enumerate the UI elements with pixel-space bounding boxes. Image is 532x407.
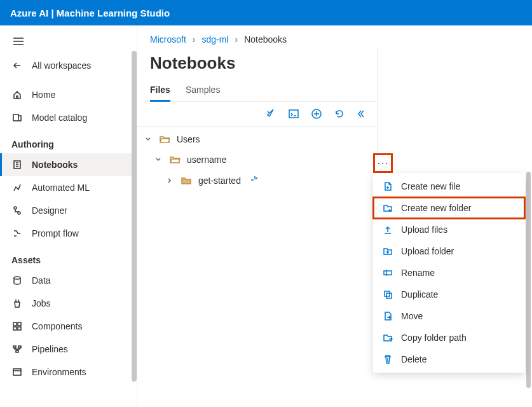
menu-item-delete[interactable]: Delete — [373, 348, 525, 370]
breadcrumb-item[interactable]: sdg-ml — [201, 34, 228, 45]
chevron-right-icon — [165, 177, 174, 184]
sidebar-item-notebooks[interactable]: Notebooks — [0, 153, 137, 176]
chevron-down-icon — [144, 135, 153, 143]
breadcrumb: Microsoft › sdg-ml › Notebooks — [137, 25, 532, 47]
hamburger-icon — [13, 37, 24, 46]
svg-rect-5 — [18, 322, 21, 326]
tree-row-users[interactable]: Users — [137, 129, 377, 149]
svg-rect-7 — [18, 327, 21, 330]
move-icon — [382, 311, 393, 321]
svg-rect-15 — [385, 291, 390, 296]
back-arrow-icon — [11, 60, 23, 71]
rename-icon — [382, 268, 393, 278]
tree-label: get-started — [198, 176, 241, 186]
menu-item-duplicate[interactable]: Duplicate — [373, 284, 525, 305]
sidebar-item-home[interactable]: Home — [0, 83, 137, 106]
svg-rect-6 — [13, 327, 17, 330]
vscode-icon[interactable] — [265, 108, 276, 120]
copy-path-icon — [382, 333, 393, 343]
top-bar: Azure AI | Machine Learning Studio — [0, 0, 532, 25]
page-title: Notebooks — [144, 47, 377, 78]
sidebar-item-pipelines[interactable]: Pipelines — [0, 338, 137, 361]
tree-row-get-started[interactable]: get-started — [137, 170, 377, 191]
sidebar-scrollbar[interactable] — [132, 51, 137, 382]
svg-rect-8 — [13, 346, 16, 348]
breadcrumb-item[interactable]: Microsoft — [150, 34, 186, 45]
sidebar-item-data[interactable]: Data — [0, 269, 137, 292]
sidebar-item-components[interactable]: Components — [0, 315, 137, 338]
sidebar-section-assets: Assets — [0, 245, 137, 269]
tree-label: Users — [177, 134, 200, 144]
sidebar-item-environments[interactable]: Environments — [0, 361, 137, 383]
sidebar-item-jobs[interactable]: Jobs — [0, 292, 137, 315]
all-workspaces-label: All workspaces — [32, 60, 91, 71]
tab-files[interactable]: Files — [150, 78, 170, 101]
jobs-icon — [11, 298, 23, 309]
sidebar-item-model-catalog[interactable]: Model catalog — [0, 106, 137, 129]
file-tree: Users username get-started — [137, 127, 377, 193]
data-icon — [11, 275, 23, 286]
svg-rect-16 — [386, 293, 392, 298]
folder-icon — [181, 176, 192, 185]
sidebar-item-automated-ml[interactable]: Automated ML — [0, 176, 137, 199]
files-panel: Notebooks Files Samples Users — [137, 47, 378, 193]
right-scrollbar[interactable] — [526, 172, 531, 388]
catalog-icon — [11, 112, 23, 123]
menu-item-copy-path[interactable]: Copy folder path — [373, 327, 525, 348]
context-menu: Create new file Create new folder Upload… — [373, 173, 525, 373]
all-workspaces-link[interactable]: All workspaces — [0, 54, 137, 77]
svg-rect-10 — [16, 350, 18, 352]
folder-open-icon — [169, 155, 181, 164]
new-folder-icon — [382, 203, 393, 213]
menu-item-move[interactable]: Move — [373, 305, 525, 327]
svg-point-3 — [14, 277, 20, 279]
environments-icon — [11, 366, 23, 378]
sidebar-item-prompt-flow[interactable]: Prompt flow — [0, 222, 137, 245]
menu-item-upload-files[interactable]: Upload files — [373, 219, 525, 240]
sidebar: All workspaces Home Model catalog Author… — [0, 25, 137, 407]
menu-item-rename[interactable]: Rename — [373, 262, 525, 284]
chevron-down-icon — [154, 156, 163, 163]
hamburger-button[interactable] — [0, 31, 137, 54]
chevron-right-icon: › — [235, 34, 238, 45]
upload-icon — [382, 224, 393, 235]
svg-point-1 — [14, 207, 17, 209]
home-icon — [11, 89, 23, 100]
tree-label: username — [187, 155, 226, 165]
ellipsis-icon: ··· — [377, 156, 388, 170]
collapse-icon[interactable] — [357, 108, 368, 120]
svg-rect-11 — [13, 369, 21, 375]
notebook-icon — [11, 159, 23, 170]
designer-icon — [11, 205, 23, 216]
add-icon[interactable] — [311, 108, 322, 120]
new-file-icon — [382, 181, 393, 191]
menu-item-upload-folder[interactable]: Upload folder — [373, 240, 525, 262]
pipelines-icon — [11, 343, 23, 355]
product-title: Azure AI | Machine Learning Studio — [10, 8, 170, 18]
more-actions-button[interactable]: ··· — [373, 153, 393, 173]
refresh-icon[interactable] — [334, 108, 345, 120]
focus-indicator-icon — [250, 175, 259, 186]
duplicate-icon — [382, 289, 393, 300]
folder-open-icon — [159, 135, 170, 144]
files-toolbar — [137, 102, 377, 127]
svg-rect-4 — [13, 322, 17, 326]
menu-item-create-folder[interactable]: Create new folder — [373, 197, 525, 219]
chevron-right-icon: › — [193, 34, 196, 45]
components-icon — [11, 321, 23, 332]
tree-row-username[interactable]: username — [137, 149, 377, 170]
sidebar-item-designer[interactable]: Designer — [0, 199, 137, 222]
svg-rect-14 — [384, 271, 392, 275]
automl-icon — [11, 182, 23, 193]
sidebar-section-authoring: Authoring — [0, 129, 137, 153]
terminal-icon[interactable] — [288, 108, 299, 120]
svg-rect-9 — [18, 346, 21, 348]
menu-item-create-file[interactable]: Create new file — [373, 176, 525, 197]
prompt-flow-icon — [11, 228, 23, 239]
breadcrumb-item-current: Notebooks — [244, 34, 287, 45]
tab-samples[interactable]: Samples — [186, 78, 220, 101]
tabs: Files Samples — [144, 78, 377, 102]
upload-folder-icon — [382, 246, 393, 256]
delete-icon — [382, 354, 393, 364]
svg-rect-12 — [289, 110, 298, 118]
